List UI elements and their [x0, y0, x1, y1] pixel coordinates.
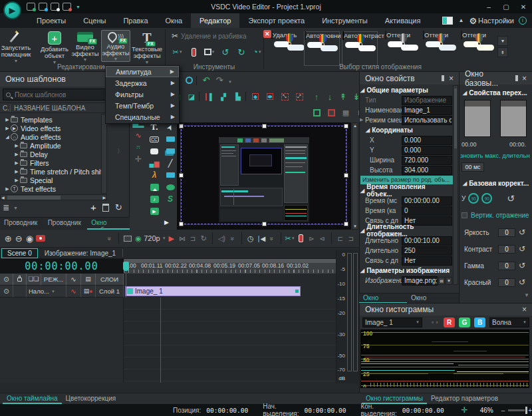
- zoom-in-plus[interactable]: +: [528, 407, 532, 414]
- scroll-down-icon[interactable]: ▼: [353, 224, 357, 228]
- tab-color-correction[interactable]: Цветокоррекция: [62, 393, 120, 404]
- set-max-duration-link[interactable]: зновить макс. длительн: [460, 152, 531, 159]
- style-autocontrast-button[interactable]: АвтоКонтраст: [342, 31, 378, 66]
- clip-image-1[interactable]: Image_ 1: [125, 286, 301, 296]
- tab-properties[interactable]: Окно свойств: [359, 294, 407, 304]
- collapse-ribbon-icon[interactable]: ▲: [458, 18, 464, 23]
- resize-handle-w[interactable]: [179, 173, 184, 178]
- rectangle2-tool-icon[interactable]: [164, 170, 176, 180]
- clock-icon[interactable]: ◷: [245, 233, 256, 244]
- move-to-front-icon[interactable]: ↟: [337, 91, 349, 102]
- column-blend-mode[interactable]: РЕЖ...: [41, 274, 66, 286]
- prop-row-duration-frames[interactable]: Длительно250: [360, 246, 452, 256]
- prop-row-duration-ms[interactable]: Длительно00:00:10.00: [360, 236, 452, 246]
- menu-item-amplitude[interactable]: Амплитуда▶: [106, 66, 179, 77]
- tab-timeline-window[interactable]: Окно таймлайна: [3, 393, 62, 404]
- menu-tab-editor[interactable]: Редактор: [191, 13, 239, 28]
- record-icon[interactable]: [35, 233, 46, 244]
- delete-template-icon[interactable]: [102, 204, 109, 212]
- zoom-out-icon[interactable]: ⊖: [13, 233, 24, 244]
- zoom-out-minus[interactable]: –: [501, 407, 505, 414]
- freeform-tool-icon[interactable]: S: [164, 194, 176, 204]
- tooltip-tool-icon[interactable]: [148, 146, 160, 156]
- template-search-input[interactable]: [13, 91, 96, 99]
- section-basic-correction[interactable]: ◢Базовая коррект...: [463, 178, 529, 188]
- zoom-slider[interactable]: [508, 409, 525, 411]
- move-tool-icon[interactable]: ✛: [132, 154, 144, 164]
- column-video[interactable]: ▤: [81, 274, 96, 286]
- histogram-source-select[interactable]: Image_ 1▼: [362, 317, 422, 327]
- audio-tool-icon[interactable]: ♪: [148, 194, 160, 204]
- speed-tool-icon[interactable]: ◔▼: [251, 47, 263, 57]
- section-image-params[interactable]: ◢Параметры изображения: [360, 266, 452, 275]
- channel-b-button[interactable]: B: [474, 317, 485, 327]
- mute-icon[interactable]: ◁): [216, 233, 227, 244]
- menu-tab-scenes[interactable]: Сцены: [74, 13, 114, 28]
- menu-item-special[interactable]: Специальные▶: [106, 111, 179, 122]
- channel-g-button[interactable]: G: [459, 317, 470, 327]
- rotate-ccw-90-icon[interactable]: 90: [468, 193, 479, 204]
- undo-icon[interactable]: ↶: [200, 75, 212, 85]
- snap-to-objects-icon[interactable]: [325, 107, 337, 118]
- marker-icon[interactable]: [295, 233, 306, 244]
- rectangle-tool-icon[interactable]: [164, 134, 176, 144]
- transition-start-thumbnail[interactable]: [464, 100, 491, 137]
- reset-brightness-icon[interactable]: ↺: [519, 228, 525, 237]
- draw-ellipse-icon[interactable]: [183, 75, 195, 85]
- zoom-in-icon[interactable]: ⊕: [3, 233, 13, 244]
- pin-icon[interactable]: [442, 75, 444, 81]
- menu-tab-activation[interactable]: Активация: [376, 13, 430, 28]
- style-tint-gray-button[interactable]: Оттенки: [380, 31, 416, 66]
- styles-more-icon[interactable]: ⇟: [497, 47, 508, 57]
- audio-effects-button[interactable]: ))) FX Аудио эффекты▼: [101, 30, 130, 62]
- gamma-value[interactable]: 0: [498, 262, 515, 270]
- prop-row-height[interactable]: Высота304.000: [360, 165, 452, 175]
- expander-icon[interactable]: ▶: [13, 152, 20, 157]
- info-icon[interactable]: i: [519, 17, 527, 25]
- video-effects-button[interactable]: FX Видео эффекты▼: [70, 30, 100, 62]
- scatter-chart-tool-icon[interactable]: ⁙: [132, 142, 144, 152]
- pin-icon[interactable]: [515, 75, 518, 81]
- trim-end-icon[interactable]: ⊲: [317, 233, 328, 244]
- red-value[interactable]: 0: [498, 278, 515, 287]
- preview-eye-icon[interactable]: ◉: [133, 233, 144, 244]
- style-tint-2-button[interactable]: Оттенки: [418, 31, 454, 66]
- video-tool-icon[interactable]: ▶: [148, 206, 160, 216]
- fit-timeline-icon[interactable]: ✛: [462, 406, 468, 414]
- curve-chart-tool-icon[interactable]: ∿: [132, 130, 144, 140]
- ungroup-objects-icon[interactable]: ◪: [186, 91, 198, 102]
- menu-tab-edit[interactable]: Правка: [114, 13, 156, 28]
- run-wizard-button[interactable]: ✦ Запустить помощник▼: [1, 30, 31, 62]
- scroll-up-icon[interactable]: ▲: [353, 124, 357, 128]
- expander-icon[interactable]: ▶: [13, 160, 20, 166]
- ellipse-tool-icon[interactable]: [164, 182, 176, 192]
- prop-row-x[interactable]: X0.000: [360, 135, 452, 145]
- section-duration[interactable]: ◢Длительность отображен...: [360, 226, 452, 235]
- styles-scroll-down-icon[interactable]: ▼: [497, 36, 508, 46]
- section-appear-time[interactable]: ◢Время появления объек...: [360, 186, 452, 195]
- rotate-cw-90-icon[interactable]: 90: [481, 193, 492, 204]
- maximize-button[interactable]: ▢: [497, 1, 515, 12]
- fit-keep-ratio-icon[interactable]: ⤢: [293, 91, 305, 102]
- trim-start-icon[interactable]: ⊳: [306, 233, 317, 244]
- close-panel-icon[interactable]: ×: [522, 75, 527, 83]
- layer-blend-select[interactable]: Нало...▼: [27, 286, 66, 298]
- align-left-icon[interactable]: ▐: [203, 91, 215, 102]
- prop-row-time-frames[interactable]: Время (ка0: [360, 206, 452, 216]
- expander-icon[interactable]: ◢: [4, 134, 11, 140]
- resolution-select[interactable]: 720p▼: [144, 234, 166, 242]
- expander-icon[interactable]: ▶: [13, 169, 20, 174]
- panel-collapse-chevron-icon[interactable]: 〉: [117, 148, 123, 154]
- menu-tab-projects[interactable]: Проекты: [28, 13, 74, 28]
- play-icon[interactable]: ▶: [166, 233, 177, 244]
- resize-handle-ne[interactable]: [344, 124, 348, 128]
- layer-lock-toggle[interactable]: [13, 286, 27, 298]
- tree-item-templates[interactable]: ▶Templates: [4, 115, 110, 124]
- menu-item-tempo[interactable]: Темп/Тембр▶: [106, 100, 179, 111]
- image-tool-icon[interactable]: [148, 182, 160, 192]
- canvas-vertical-scrollbar[interactable]: ▲ ▼: [352, 122, 358, 230]
- tab-explorer-1[interactable]: Проводник ...: [0, 218, 44, 230]
- section-coordinates[interactable]: ◢Координаты: [360, 125, 452, 134]
- menu-item-filters[interactable]: Фильтры▶: [106, 89, 179, 100]
- prop-row-time-ms[interactable]: Время (мс00:00:00.00: [360, 196, 452, 206]
